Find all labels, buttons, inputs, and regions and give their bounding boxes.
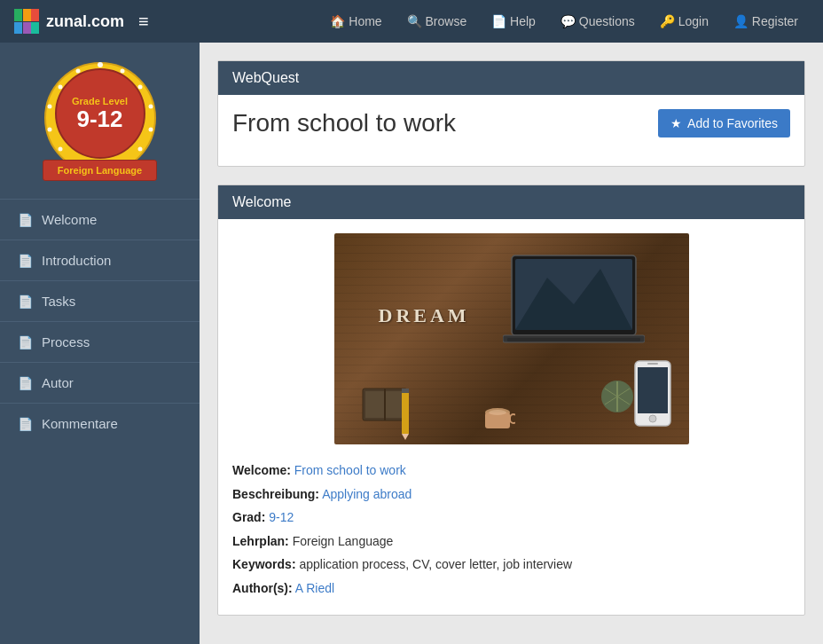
svg-rect-30 xyxy=(647,363,658,365)
welcome-card-header: Welcome xyxy=(218,185,804,219)
dream-text: DREAM xyxy=(379,304,470,327)
svg-point-18 xyxy=(47,105,51,109)
svg-rect-42 xyxy=(402,391,409,434)
grad-link[interactable]: 9-12 xyxy=(269,510,294,524)
info-section: Welcome: From school to work Beschreibun… xyxy=(232,459,790,601)
add-to-favorites-button[interactable]: ★ Add to Favorites xyxy=(658,109,790,137)
svg-rect-5 xyxy=(31,22,39,34)
svg-point-20 xyxy=(75,69,80,74)
plant-svg xyxy=(600,380,634,420)
main-layout: Grade Level 9-12 Foreign Language 📄 Welc… xyxy=(0,43,823,644)
welcome-image-container: DREAM xyxy=(232,233,790,444)
star-icon: ★ xyxy=(670,116,682,130)
nav-browse[interactable]: 🔍 Browse xyxy=(396,9,478,34)
svg-rect-2 xyxy=(31,9,39,21)
svg-rect-4 xyxy=(23,22,31,34)
webquest-card-body: ★ Add to Favorites From school to work xyxy=(218,95,804,166)
sidebar: Grade Level 9-12 Foreign Language 📄 Welc… xyxy=(0,43,200,644)
svg-point-16 xyxy=(58,147,62,152)
svg-point-7 xyxy=(98,62,103,67)
svg-point-38 xyxy=(489,410,506,415)
top-navigation: zunal.com ≡ 🏠 Home 🔍 Browse 📄 Help 💬 Que… xyxy=(0,0,823,43)
svg-rect-1 xyxy=(23,9,31,21)
svg-rect-3 xyxy=(14,22,22,34)
grade-value: 9-12 xyxy=(72,106,128,132)
grade-badge: Grade Level 9-12 xyxy=(43,60,158,176)
svg-point-12 xyxy=(137,147,142,152)
nav-home[interactable]: 🏠 Home xyxy=(319,9,392,34)
svg-point-17 xyxy=(47,128,51,132)
beschreibung-line: Beschreibung: Applying abroad xyxy=(232,483,790,507)
grade-level-label: Grade Level xyxy=(72,96,128,106)
svg-rect-28 xyxy=(638,367,668,413)
svg-point-19 xyxy=(58,85,62,90)
autor-icon: 📄 xyxy=(18,376,33,390)
svg-rect-26 xyxy=(507,338,640,342)
sidebar-nav: 📄 Welcome 📄 Introduction 📄 Tasks 📄 Proce… xyxy=(0,199,200,444)
welcome-image: DREAM xyxy=(334,233,689,444)
grad-line: Grad: 9-12 xyxy=(232,506,790,530)
nav-register[interactable]: 👤 Register xyxy=(723,9,809,34)
content-area: WebQuest ★ Add to Favorites From school … xyxy=(200,43,823,644)
beschreibung-link[interactable]: Applying abroad xyxy=(322,487,412,501)
svg-point-29 xyxy=(649,415,656,422)
laptop-svg xyxy=(503,251,645,357)
kommentare-icon: 📄 xyxy=(18,417,33,431)
hamburger-menu[interactable]: ≡ xyxy=(138,12,149,32)
svg-marker-43 xyxy=(402,434,409,440)
process-icon: 📄 xyxy=(18,335,33,349)
coffee-cup-svg xyxy=(483,405,515,437)
webquest-card: WebQuest ★ Add to Favorites From school … xyxy=(217,60,805,167)
sidebar-item-introduction[interactable]: 📄 Introduction xyxy=(0,240,200,280)
logo-icon xyxy=(14,9,39,34)
nav-links: 🏠 Home 🔍 Browse 📄 Help 💬 Questions 🔑 Log… xyxy=(170,9,809,34)
nav-login[interactable]: 🔑 Login xyxy=(649,9,719,34)
svg-point-9 xyxy=(137,85,142,90)
svg-point-8 xyxy=(120,69,124,74)
sidebar-item-autor[interactable]: 📄 Autor xyxy=(0,362,200,403)
welcome-line: Welcome: From school to work xyxy=(232,459,790,483)
welcome-link[interactable]: From school to work xyxy=(294,463,406,477)
author-link[interactable]: A Riedl xyxy=(295,581,334,595)
welcome-card: Welcome DREAM xyxy=(217,185,805,616)
svg-rect-37 xyxy=(510,414,515,423)
webquest-card-header: WebQuest xyxy=(218,61,804,95)
introduction-icon: 📄 xyxy=(18,254,33,268)
svg-rect-0 xyxy=(14,9,22,21)
site-logo[interactable]: zunal.com xyxy=(14,9,124,34)
sidebar-item-welcome[interactable]: 📄 Welcome xyxy=(0,199,200,240)
authors-line: Author(s): A Riedl xyxy=(232,577,790,601)
sidebar-item-process[interactable]: 📄 Process xyxy=(0,321,200,362)
badge-text: Grade Level 9-12 xyxy=(72,96,128,132)
sidebar-item-kommentare[interactable]: 📄 Kommentare xyxy=(0,403,200,444)
sidebar-item-tasks[interactable]: 📄 Tasks xyxy=(0,280,200,321)
pencil-svg xyxy=(401,387,410,440)
nav-help[interactable]: 📄 Help xyxy=(481,9,546,34)
nav-questions[interactable]: 💬 Questions xyxy=(550,9,646,34)
svg-point-11 xyxy=(148,128,153,132)
welcome-icon: 📄 xyxy=(18,213,33,227)
tasks-icon: 📄 xyxy=(18,295,33,309)
lehrplan-line: Lehrplan: Foreign Language xyxy=(232,530,790,554)
badge-ribbon: Foreign Language xyxy=(43,160,157,181)
welcome-card-body: DREAM xyxy=(218,219,804,615)
grade-badge-container: Grade Level 9-12 Foreign Language xyxy=(43,60,158,181)
svg-rect-44 xyxy=(402,389,409,393)
svg-point-10 xyxy=(148,105,153,109)
keywords-line: Keywords: application process, CV, cover… xyxy=(232,553,790,577)
phone-svg xyxy=(634,360,671,427)
